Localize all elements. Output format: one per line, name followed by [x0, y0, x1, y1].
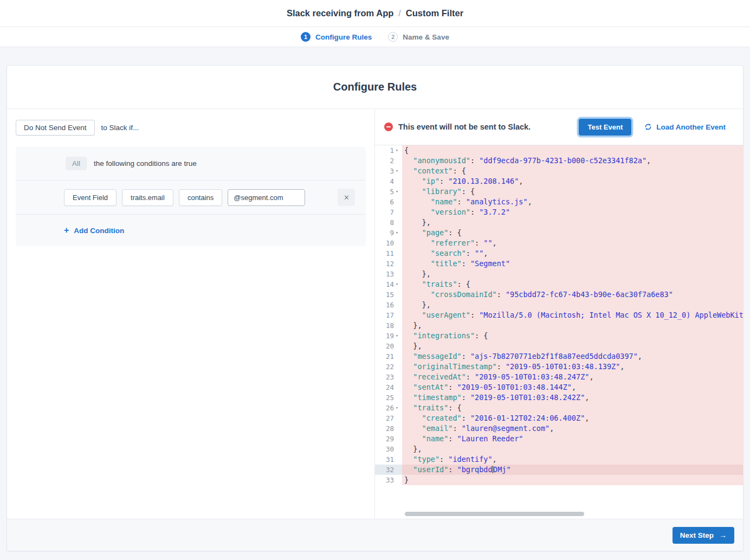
line-number: 14 — [386, 279, 394, 289]
match-mode-text: the following conditions are true — [94, 159, 197, 168]
code-line[interactable]: 24 "sentAt": "2019-05-10T01:03:48.144Z", — [375, 382, 743, 392]
match-mode-row: All the following conditions are true — [16, 147, 366, 181]
line-number: 13 — [386, 269, 394, 279]
code-line[interactable]: 30 }, — [375, 444, 743, 454]
line-number: 18 — [386, 320, 394, 331]
code-text: }, — [402, 341, 743, 351]
test-event-button[interactable]: Test Event — [579, 119, 631, 136]
breadcrumb-current: Custom Filter — [406, 8, 463, 18]
line-gutter: 33 — [375, 475, 402, 485]
next-step-button[interactable]: Next Step → — [673, 527, 734, 544]
code-line[interactable]: 2 "anonymousId": "ddf9ecda-977b-4231-b00… — [375, 156, 743, 166]
code-text: "ip": "210.13.208.146", — [402, 176, 743, 186]
code-line[interactable]: 12 "title": "Segment" — [375, 259, 743, 269]
code-line[interactable]: 25 "timestamp": "2019-05-10T01:03:48.242… — [375, 392, 743, 403]
fold-toggle-icon[interactable]: ▾ — [394, 228, 400, 238]
code-line[interactable]: 9▾ "page": { — [375, 228, 743, 238]
line-gutter: 12 — [375, 259, 402, 269]
code-line[interactable]: 17 "userAgent": "Mozilla/5.0 (Macintosh;… — [375, 310, 743, 320]
code-line[interactable]: 11 "search": "", — [375, 248, 743, 259]
code-line[interactable]: 7 "version": "3.7.2" — [375, 207, 743, 217]
code-text: "referrer": "", — [402, 238, 743, 248]
json-code-editor[interactable]: 1▾{2 "anonymousId": "ddf9ecda-977b-4231-… — [375, 145, 743, 519]
code-line[interactable]: 28 "email": "lauren@segment.com", — [375, 423, 743, 434]
code-line[interactable]: 26▾ "traits": { — [375, 403, 743, 413]
code-line[interactable]: 31 "type": "identify", — [375, 454, 743, 465]
code-line[interactable]: 16 }, — [375, 300, 743, 310]
breadcrumb-separator: / — [398, 9, 400, 18]
line-number: 1 — [390, 145, 394, 156]
line-number: 20 — [386, 341, 394, 351]
code-text: }, — [402, 269, 743, 279]
code-line[interactable]: 3▾ "context": { — [375, 166, 743, 176]
code-line[interactable]: 14▾ "traits": { — [375, 279, 743, 289]
code-text: "version": "3.7.2" — [402, 207, 743, 217]
code-line[interactable]: 5▾ "library": { — [375, 186, 743, 197]
step-configure-rules[interactable]: 1 Configure Rules — [301, 32, 372, 42]
fold-toggle-icon[interactable]: ▾ — [394, 145, 400, 156]
preview-status-text: This event will not be sent to Slack. — [398, 123, 531, 131]
line-gutter: 27 — [375, 413, 402, 423]
condition-field-button[interactable]: traits.email — [122, 189, 173, 206]
fold-toggle-icon[interactable]: ▾ — [394, 279, 400, 289]
condition-row: Event Field traits.email contains ✕ — [16, 181, 366, 215]
load-another-event-link[interactable]: Load Another Event — [644, 123, 726, 131]
line-gutter: 14▾ — [375, 279, 402, 289]
action-selector-button[interactable]: Do Not Send Event — [16, 120, 95, 136]
line-number: 10 — [386, 238, 394, 248]
code-line[interactable]: 15 "crossDomainId": "95cbdd72-fc67-4b43-… — [375, 289, 743, 300]
add-condition-button[interactable]: + Add Condition — [16, 215, 366, 246]
code-line[interactable]: 32 "userId": "bgrqbddDMj" — [375, 465, 743, 475]
code-line[interactable]: 27 "created": "2016-01-12T02:24:06.400Z"… — [375, 413, 743, 423]
step-name-and-save[interactable]: 2 Name & Save — [388, 32, 449, 42]
code-text: "context": { — [402, 166, 743, 176]
line-gutter: 2 — [375, 156, 402, 166]
code-line[interactable]: 10 "referrer": "", — [375, 238, 743, 248]
condition-operator-button[interactable]: contains — [179, 189, 222, 206]
condition-value-input[interactable] — [228, 189, 305, 206]
line-number: 2 — [390, 156, 394, 166]
line-gutter: 26▾ — [375, 403, 402, 413]
code-line[interactable]: 19▾ "integrations": { — [375, 331, 743, 341]
line-number: 23 — [386, 372, 394, 382]
code-line[interactable]: 23 "receivedAt": "2019-05-10T01:03:48.24… — [375, 372, 743, 382]
remove-condition-button[interactable]: ✕ — [338, 189, 355, 206]
code-text: { — [402, 145, 743, 156]
code-line[interactable]: 29 "name": "Lauren Reeder" — [375, 434, 743, 444]
code-line[interactable]: 1▾{ — [375, 145, 743, 156]
line-number: 5 — [390, 186, 394, 197]
horizontal-scrollbar[interactable] — [405, 512, 584, 516]
code-line[interactable]: 6 "name": "analytics.js", — [375, 197, 743, 207]
code-line[interactable]: 22 "originalTimestamp": "2019-05-10T01:0… — [375, 362, 743, 372]
breadcrumb-parent[interactable]: Slack receiving from App — [287, 8, 393, 18]
fold-toggle-icon[interactable]: ▾ — [394, 331, 400, 341]
code-line[interactable]: 4 "ip": "210.13.208.146", — [375, 176, 743, 186]
code-text: "page": { — [402, 228, 743, 238]
fold-toggle-icon[interactable]: ▾ — [394, 186, 400, 197]
line-number: 11 — [386, 248, 394, 259]
line-number: 12 — [386, 259, 394, 269]
code-text: "search": "", — [402, 248, 743, 259]
code-text: "created": "2016-01-12T02:24:06.400Z", — [402, 413, 743, 423]
code-line[interactable]: 20 }, — [375, 341, 743, 351]
code-text: "name": "Lauren Reeder" — [402, 434, 743, 444]
code-line[interactable]: 8 }, — [375, 217, 743, 228]
line-number: 24 — [386, 382, 394, 392]
code-line[interactable]: 33} — [375, 475, 743, 485]
line-number: 15 — [386, 289, 394, 300]
match-mode-chip[interactable]: All — [66, 157, 87, 170]
fold-toggle-icon[interactable]: ▾ — [394, 403, 400, 413]
line-number: 3 — [390, 166, 394, 176]
line-gutter: 29 — [375, 434, 402, 444]
code-line[interactable]: 21 "messageId": "ajs-7b8270771eb2f1f8a87… — [375, 351, 743, 362]
code-line[interactable]: 18 }, — [375, 320, 743, 331]
condition-type-button[interactable]: Event Field — [64, 189, 117, 206]
code-text: "crossDomainId": "95cbdd72-fc67-4b43-b90… — [402, 289, 743, 300]
fold-toggle-icon[interactable]: ▾ — [394, 166, 400, 176]
line-number: 22 — [386, 362, 394, 372]
conditions-group: All the following conditions are true Ev… — [16, 147, 366, 246]
line-gutter: 19▾ — [375, 331, 402, 341]
line-number: 31 — [386, 454, 394, 465]
code-line[interactable]: 13 }, — [375, 269, 743, 279]
line-gutter: 23 — [375, 372, 402, 382]
